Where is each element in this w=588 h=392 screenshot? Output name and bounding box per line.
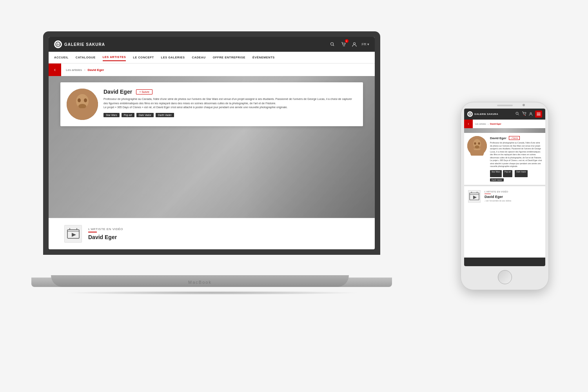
phone-camera [523,104,525,106]
phone-profile-info: David Eger + Suivre Professeur de photog… [490,136,542,181]
phone-body: GS GALERIE SAKURA [461,102,549,290]
laptop-foot: MacBook [51,275,349,287]
svg-point-19 [516,112,518,114]
tag-darth-vader[interactable]: Darth Vader [156,113,174,117]
cart-badge: 1 [345,39,348,43]
svg-point-23 [530,113,532,114]
video-info: L'artiste en vidéo David Eger [88,227,123,240]
menu-item-cadeau[interactable]: CADEAU [192,54,206,61]
follow-button[interactable]: + Suivre [136,89,152,94]
phone-home-button[interactable] [498,270,512,284]
laptop-screen: GS GALERIE SAKURA [49,37,375,249]
laptop-device: GS GALERIE SAKURA [43,31,380,298]
menu-item-accueil[interactable]: ACCUEIL [54,54,69,61]
phone-video-info: L'artiste en vidéo David Eger › voir l'e… [485,191,511,202]
phone-logo[interactable]: GS GALERIE SAKURA [467,111,498,117]
phone-video-section: L'artiste en vidéo David Eger › voir l'e… [464,185,545,207]
phone-back-button[interactable]: ‹ [464,120,473,128]
breadcrumb: Les artistes › David Eger [61,68,109,72]
video-section: L'artiste en vidéo David Eger [49,218,375,249]
laptop-brand: MacBook [188,280,212,285]
laptop-body: GS GALERIE SAKURA [43,31,380,255]
svg-point-22 [525,115,526,116]
video-label-underline [88,232,97,232]
user-icon[interactable] [351,41,358,48]
phone-follow-button[interactable]: + Suivre [509,136,520,140]
phone-navbar: GS GALERIE SAKURA [464,109,545,120]
phone-breadcrumb: Les artistes › David Eger [473,123,504,125]
phone-tag-dark-vador[interactable]: Dark Vador [515,170,528,177]
menu-item-catalogue[interactable]: CATALOGUE [76,54,96,61]
artist-name: David Eger [103,89,132,95]
phone-logo-text: GALERIE SAKURA [474,113,498,115]
artist-bio: Professeur de photographie au Canada, l'… [103,97,357,110]
phone-video-underline [485,194,491,194]
phone-bottom-bar [464,258,545,266]
phone-tag-star-wars[interactable]: Star Wars [490,170,502,177]
cart-icon[interactable]: 1 [340,41,347,48]
svg-line-20 [518,114,519,116]
phone-artist-bio: Professeur de photographie au Canada, l'… [490,142,542,168]
search-icon[interactable] [329,41,336,48]
phone-video-label: L'artiste en vidéo [485,191,511,193]
language-selector[interactable]: FR ▾ [362,42,370,46]
phone-logo-icon: GS [467,111,473,117]
breadcrumb-parent[interactable]: Les artistes [66,68,82,72]
svg-point-6 [353,43,355,45]
svg-point-28 [475,145,479,149]
phone-device: GS GALERIE SAKURA [461,102,549,290]
laptop-navbar: GS GALERIE SAKURA [49,37,375,52]
menu-item-galeries[interactable]: LES GALERIES [161,54,185,61]
menu-item-evenements[interactable]: ÉVÉNEMENTS [252,54,275,61]
phone-menu-button[interactable] [535,111,542,118]
scene: GS GALERIE SAKURA [0,0,588,392]
tag-star-wars[interactable]: Star Wars [103,113,120,117]
laptop-base: MacBook [31,278,392,287]
profile-info: David Eger + Suivre Professeur de photog… [103,89,357,120]
video-title[interactable]: David Eger [88,234,123,240]
svg-line-3 [333,45,334,46]
svg-point-2 [330,43,333,45]
svg-point-9 [78,98,81,102]
menu-item-artistes[interactable]: LES ARTISTES [103,54,126,61]
phone-tag-darth-vader[interactable]: Darth Vader [490,178,504,181]
phone-artist-name: David Eger [490,136,506,140]
svg-text:GS: GS [469,113,472,115]
navbar-icons: 1 FR ▾ [329,41,370,48]
logo-text: GALERIE SAKURA [64,42,105,47]
artist-tags: Star Wars Pop art Dark Vador Darth Vader [103,113,357,117]
svg-marker-33 [473,196,477,199]
svg-point-26 [474,142,476,145]
tag-pop-art[interactable]: Pop art [122,113,134,117]
phone-search-icon[interactable] [515,112,519,116]
phone-profile-name-row: David Eger + Suivre [490,136,542,140]
phone-video-title[interactable]: David Eger [485,195,511,199]
phone-video-icon[interactable] [468,190,481,203]
phone-tag-pop-art[interactable]: Pop art [503,170,512,177]
profile-card: David Eger + Suivre Professeur de photog… [60,82,363,126]
menu-item-entreprise[interactable]: OFFRE ENTREPRISE [213,54,245,61]
phone-breadcrumb-bar: ‹ Les artistes › David Eger [464,120,545,128]
phone-breadcrumb-sep: › [488,123,488,125]
svg-text:GS: GS [57,43,61,46]
phone-speaker [497,105,513,106]
phone-cart-icon[interactable] [522,111,526,117]
phone-nav-icons [515,111,542,118]
avatar-face [67,89,98,120]
tag-dark-vador[interactable]: Dark Vador [136,113,154,117]
artist-avatar [67,89,98,120]
profile-name-row: David Eger + Suivre [103,89,357,95]
back-button[interactable]: ‹ [49,64,61,76]
laptop-logo[interactable]: GS GALERIE SAKURA [54,40,105,48]
logo-icon: GS [54,40,62,48]
phone-breadcrumb-parent[interactable]: Les artistes [475,123,486,125]
svg-point-10 [84,98,87,102]
phone-breadcrumb-current: David Eger [490,123,501,125]
laptop-breadcrumb-bar: ‹ Les artistes › David Eger [49,64,375,76]
svg-point-11 [78,104,86,109]
video-play-icon[interactable] [64,225,82,243]
phone-video-subtitle[interactable]: › voir l'ensemble de ses vidéos [485,200,511,202]
breadcrumb-separator: › [84,68,85,72]
menu-item-concept[interactable]: LE CONCEPT [133,54,154,61]
phone-user-icon[interactable] [529,112,533,116]
